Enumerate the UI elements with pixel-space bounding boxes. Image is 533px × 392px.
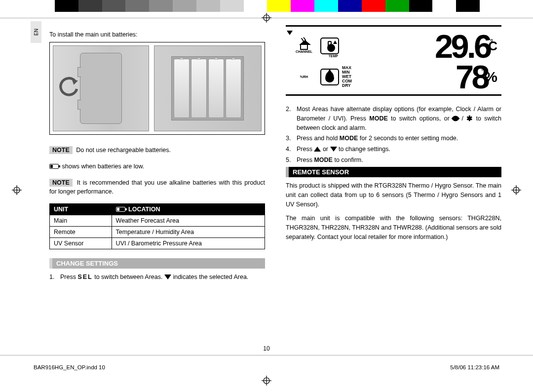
house-icon <box>300 44 308 50</box>
low-battery-text: shows when batteries are low. <box>62 163 144 170</box>
down-triangle-icon <box>330 147 337 152</box>
location-table: UNIT LOCATION Main Weather Forecast Area… <box>49 203 265 249</box>
temp-unit: C <box>486 39 497 54</box>
comfort-labels: MAX MIN WET COM DRY <box>342 66 361 88</box>
step-item: 5. Press MODE to confirm. <box>286 156 501 165</box>
rh-label: %RH <box>300 75 308 78</box>
rotate-arrow-icon <box>59 77 80 97</box>
steps-list: 1. Press SEL to switch between Areas. in… <box>49 273 265 282</box>
humidity-unit: °% <box>484 69 497 85</box>
remote-sensor-para-1: This product is shipped with the RTGR328… <box>286 181 501 210</box>
temp-value: 29.6 <box>435 32 490 60</box>
footer: BAR916HG_EN_OP.indd 10 5/8/06 11:23:16 A… <box>0 355 533 370</box>
battery-install-figure <box>49 42 265 135</box>
section-remote-sensor: REMOTE SENSOR <box>286 167 501 177</box>
language-tab: EN <box>31 21 41 43</box>
page-number: 10 <box>0 345 533 352</box>
down-triangle-icon <box>164 274 171 279</box>
snowflake-icon: ✱ <box>466 116 473 121</box>
table-head-location: LOCATION <box>112 204 265 215</box>
intro-text: To install the main unit batteries: <box>49 31 265 38</box>
up-arrow-icon <box>333 40 337 44</box>
battery-bay-illustration <box>154 45 262 131</box>
step-item: 3. Press and hold MODE for 2 seconds to … <box>286 134 501 143</box>
note-tag: NOTE <box>49 146 73 154</box>
temp-icon-box: TEMP <box>320 38 339 54</box>
note-2: NOTE It is recommended that you use alka… <box>49 178 265 197</box>
battery-cover-illustration <box>53 45 149 131</box>
lcd-figure: )) CHANNEL TEMP 29.6 C <box>286 25 501 96</box>
print-color-bar <box>31 0 503 12</box>
remote-sensor-para-2: The main unit is compatible with the fol… <box>286 214 501 242</box>
low-battery-icon <box>49 164 59 169</box>
right-column: )) CHANNEL TEMP 29.6 C <box>286 24 501 344</box>
low-battery-line: shows when batteries are low. <box>49 162 265 171</box>
selection-triangle-icon <box>287 31 293 35</box>
page-body: EN To install the main unit batteries: N… <box>0 18 533 344</box>
step-item: 4. Press or to change settings. <box>286 145 501 154</box>
note-1: NOTE Do not use rechargeable batteries. <box>49 146 265 155</box>
thermometer-icon <box>328 41 332 51</box>
footer-file: BAR916HG_EN_OP.indd 10 <box>34 364 105 370</box>
droplet-icon <box>325 72 334 82</box>
note-tag: NOTE <box>49 179 73 187</box>
note-text: Do not use rechargeable batteries. <box>76 147 171 154</box>
table-row: Remote Temperature / Humidity Area <box>50 227 265 238</box>
section-change-settings: CHANGE SETTINGS <box>49 258 265 269</box>
registration-mark-icon <box>262 376 271 386</box>
left-column: To install the main unit batteries: NOTE… <box>49 24 265 344</box>
table-head-unit: UNIT <box>50 204 112 215</box>
steps-list: 2. Most Areas have alternate display opt… <box>286 105 501 165</box>
up-triangle-icon <box>314 147 321 152</box>
low-battery-icon <box>116 207 125 212</box>
step-item: 1. Press SEL to switch between Areas. in… <box>49 273 265 282</box>
channel-label: CHANNEL <box>296 50 312 53</box>
step-item: 2. Most Areas have alternate display opt… <box>286 105 501 132</box>
table-row: Main Weather Forecast Area <box>50 215 265 227</box>
note-text: It is recommended that you use alkaline … <box>49 179 265 196</box>
table-row: UV Sensor UVI / Barometric Pressure Area <box>50 238 265 249</box>
footer-timestamp: 5/8/06 11:23:16 AM <box>450 364 499 370</box>
humidity-icon-box <box>320 69 339 85</box>
